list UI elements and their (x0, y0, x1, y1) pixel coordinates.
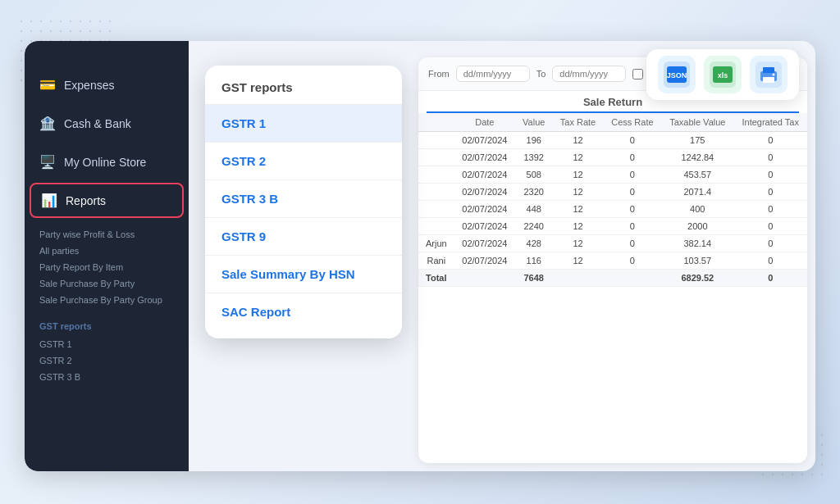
sidebar-sub-party-report[interactable]: Party Report By Item (25, 259, 189, 275)
cell-taxable-value: 2000 (661, 218, 733, 235)
sidebar-sub-sale-purchase-group[interactable]: Sale Purchase By Party Group (25, 292, 189, 308)
sidebar-item-cash-bank[interactable]: 🏦 Cash & Bank (25, 104, 189, 143)
export-xls-button[interactable]: xls (704, 56, 742, 93)
cell-value: 508 (515, 166, 552, 184)
cell-cess-rate: 0 (604, 235, 662, 252)
sidebar-item-label-store: My Online Store (64, 156, 146, 169)
svg-rect-8 (763, 67, 774, 73)
cell-tax-rate: 12 (552, 149, 603, 166)
json-icon: JSON (664, 61, 690, 88)
table-row: Arjun 02/07/2024 428 12 0 382.14 0 (418, 235, 807, 252)
cell-name (418, 132, 454, 149)
cell-date: 02/07/2024 (454, 149, 515, 166)
sale-return-table: Date Value Tax Rate Cess Rate Taxable Va… (418, 113, 807, 287)
cell-value: 2240 (515, 218, 552, 235)
col-header-integrated-tax: Integrated Tax (733, 113, 807, 132)
cell-value: 1392 (515, 149, 552, 166)
cell-integrated-tax: 0 (733, 149, 807, 166)
gst-menu-gstr9[interactable]: GSTR 9 (205, 218, 402, 256)
cell-date: 02/07/2024 (454, 184, 515, 201)
sidebar-gst-label: GST reports (25, 316, 189, 336)
cell-tax-rate: 12 (552, 235, 603, 252)
sidebar-sub-sale-purchase[interactable]: Sale Purchase By Party (25, 275, 189, 292)
col-header-value: Value (515, 113, 552, 132)
print-button[interactable] (750, 56, 788, 93)
svg-text:JSON: JSON (667, 71, 687, 79)
cell-taxable-value: 400 (661, 201, 733, 218)
col-header-cess-rate: Cess Rate (604, 113, 662, 132)
cell-taxable-value: 453.57 (661, 166, 733, 184)
cell-integrated-tax: 0 (733, 235, 807, 252)
export-json-button[interactable]: JSON (658, 56, 696, 93)
to-date-input[interactable] (552, 66, 626, 82)
cell-value: 448 (515, 201, 552, 218)
export-icons-bar: JSON xls (646, 49, 799, 100)
from-label: From (428, 69, 450, 79)
cash-bank-icon: 🏦 (39, 116, 56, 131)
content-area: GST reports GSTR 1 GSTR 2 GSTR 3 B GSTR … (189, 41, 815, 471)
col-header-tax-rate: Tax Rate (552, 113, 603, 132)
sidebar-sub-gstr1[interactable]: GSTR 1 (25, 336, 189, 352)
sidebar-sub-all-parties[interactable]: All parties (25, 243, 189, 259)
cell-cess-rate: 0 (604, 166, 662, 184)
cell-date: 02/07/2024 (454, 132, 515, 149)
sidebar-item-expenses[interactable]: 💳 Expenses (25, 66, 189, 104)
cell-date: 02/07/2024 (454, 235, 515, 252)
from-date-input[interactable] (456, 66, 530, 82)
cell-integrated-tax: 0 (733, 252, 807, 270)
sidebar-sub-gstr2[interactable]: GSTR 2 (25, 352, 189, 369)
expenses-icon: 💳 (39, 77, 56, 93)
cell-value: 196 (515, 132, 552, 149)
sidebar-sub-party-profit[interactable]: Party wise Profit & Loss (25, 226, 189, 243)
cell-integrated-tax: 0 (733, 184, 807, 201)
table-row: 02/07/2024 1392 12 0 1242.84 0 (418, 149, 807, 166)
cell-date: 02/07/2024 (454, 201, 515, 218)
gst-menu-gstr2[interactable]: GSTR 2 (205, 143, 402, 180)
cell-tax-rate: 12 (552, 218, 603, 235)
cell-name (418, 218, 454, 235)
table-row: 02/07/2024 2240 12 0 2000 0 (418, 218, 807, 235)
cell-taxable-value: 103.57 (661, 252, 733, 270)
exempt-checkbox[interactable] (632, 69, 643, 79)
sidebar-sub-gstr3b[interactable]: GSTR 3 B (25, 369, 189, 385)
table-row: 02/07/2024 2320 12 0 2071.4 0 (418, 184, 807, 201)
total-taxable-value: 6829.52 (661, 270, 733, 287)
cell-tax-rate: 12 (552, 132, 603, 149)
cell-name (418, 184, 454, 201)
sidebar-item-reports[interactable]: 📊 Reports (30, 183, 184, 218)
sidebar-item-label-reports: Reports (66, 194, 106, 207)
cell-cess-rate: 0 (604, 252, 662, 270)
cell-integrated-tax: 0 (733, 132, 807, 149)
gst-menu-sale-summary-hsn[interactable]: Sale Summary By HSN (205, 256, 402, 293)
table-scroll-area[interactable]: Date Value Tax Rate Cess Rate Taxable Va… (418, 113, 807, 463)
total-value: 7648 (515, 270, 552, 287)
svg-rect-9 (763, 77, 774, 83)
cell-name: Rani (418, 252, 454, 270)
total-date (454, 270, 515, 287)
gst-menu-gstr1[interactable]: GSTR 1 (205, 105, 402, 143)
gst-menu-sac-report[interactable]: SAC Report (205, 293, 402, 330)
total-integrated-tax: 0 (733, 270, 807, 287)
cell-cess-rate: 0 (604, 218, 662, 235)
cell-taxable-value: 2071.4 (661, 184, 733, 201)
cell-integrated-tax: 0 (733, 201, 807, 218)
print-icon (756, 61, 782, 88)
cell-date: 02/07/2024 (454, 252, 515, 270)
cell-name (418, 201, 454, 218)
cell-value: 116 (515, 252, 552, 270)
cell-tax-rate: 12 (552, 166, 603, 184)
total-label: Total (418, 270, 454, 287)
cell-tax-rate: 12 (552, 252, 603, 270)
table-row: 02/07/2024 508 12 0 453.57 0 (418, 166, 807, 184)
cell-value: 2320 (515, 184, 552, 201)
col-header-taxable-value: Taxable Value (661, 113, 733, 132)
total-row: Total 7648 6829.52 0 (418, 270, 807, 287)
cell-date: 02/07/2024 (454, 166, 515, 184)
cell-tax-rate: 12 (552, 201, 603, 218)
gst-menu-gstr3b[interactable]: GSTR 3 B (205, 180, 402, 218)
sidebar-item-my-online-store[interactable]: 🖥️ My Online Store (25, 143, 189, 181)
gst-popup-title: GST reports (205, 80, 402, 105)
cell-value: 428 (515, 235, 552, 252)
reports-icon: 📊 (41, 193, 57, 208)
cell-taxable-value: 382.14 (661, 235, 733, 252)
